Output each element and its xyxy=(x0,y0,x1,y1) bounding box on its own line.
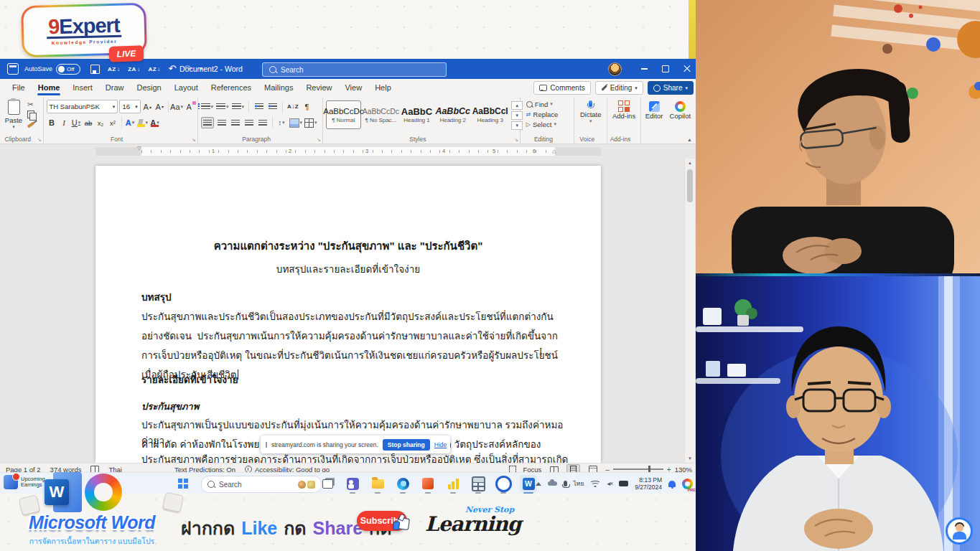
style-heading-2[interactable]: AaBbCc Heading 2 xyxy=(435,100,470,129)
show-paragraph-marks-button[interactable]: ¶ xyxy=(302,100,312,113)
tab-review[interactable]: Review xyxy=(299,79,338,95)
notification-bell-icon[interactable] xyxy=(668,481,676,487)
comments-button[interactable]: Comments xyxy=(533,81,590,95)
style-heading-1[interactable]: AaBbC Heading 1 xyxy=(401,100,433,129)
font-name-select[interactable]: TH SarabunPSK▾ xyxy=(47,100,118,113)
bullets-button[interactable]: ▾ xyxy=(201,100,214,113)
format-painter-icon[interactable] xyxy=(27,121,34,128)
onedrive-cloud-icon[interactable] xyxy=(548,481,557,486)
editor-button[interactable]: Editor xyxy=(645,99,663,134)
tab-help[interactable]: Help xyxy=(368,79,398,95)
wifi-icon[interactable] xyxy=(590,480,600,487)
close-button[interactable] xyxy=(676,59,698,79)
highlight-color-button[interactable]: ▾ xyxy=(137,117,149,129)
styles-dialog-launcher[interactable]: ↘ xyxy=(514,137,518,143)
style-normal[interactable]: AaBbCcDc ¶ Normal xyxy=(326,100,361,129)
shrink-font-button[interactable]: A▾ xyxy=(154,100,165,113)
horizontal-ruler[interactable]: ▽ 1 2 3 4 5 6 △ xyxy=(95,147,601,156)
replace-button[interactable]: ⇄Replace xyxy=(526,109,571,119)
line-spacing-button[interactable]: ↕▾ xyxy=(276,117,287,129)
taskbar-icon-calculator[interactable] xyxy=(470,475,487,492)
justify-button[interactable] xyxy=(243,118,255,128)
taskbar-icon-teams[interactable] xyxy=(344,475,361,492)
sort-ascending-button[interactable]: AZ↓ xyxy=(108,66,120,72)
distribute-button[interactable] xyxy=(257,118,269,128)
copilot-button[interactable]: Copilot xyxy=(670,99,691,134)
taskbar-clock[interactable]: 8:13 PM 9/27/2024 xyxy=(635,476,662,491)
shading-button[interactable]: ▾ xyxy=(289,117,303,129)
tray-language-indicator[interactable]: ไทย xyxy=(574,479,584,489)
widgets-button[interactable]: Upcoming Earnings xyxy=(4,475,45,489)
start-button[interactable] xyxy=(178,479,188,489)
taskbar-icon-circle-app[interactable] xyxy=(495,475,512,492)
collapse-ribbon-button[interactable]: ▲ xyxy=(687,137,692,142)
word-search-box[interactable]: Search xyxy=(262,62,447,77)
font-color-button[interactable]: A▾ xyxy=(149,117,160,129)
paste-button[interactable]: Paste ▾ xyxy=(3,100,24,134)
scrollbar-thumb[interactable] xyxy=(687,169,693,202)
autosave-toggle[interactable]: Off xyxy=(56,64,80,75)
taskbar-search[interactable]: Search xyxy=(201,476,322,493)
document-page[interactable]: ความแตกต่างระหว่าง "ประกันสุขภาพ" และ "ป… xyxy=(95,166,601,463)
sort-descending-button[interactable]: ZA↓ xyxy=(128,66,140,72)
decrease-indent-button[interactable] xyxy=(253,100,264,113)
indent-marker-left-icon[interactable]: ▽ xyxy=(137,146,141,151)
zoom-slider[interactable] xyxy=(613,468,663,469)
italic-button[interactable]: I xyxy=(59,117,70,129)
editing-mode-button[interactable]: Editing▾ xyxy=(595,81,643,95)
minimize-button[interactable] xyxy=(633,59,655,79)
change-case-button[interactable]: Aa▾ xyxy=(172,100,182,113)
vertical-scrollbar[interactable]: ▲ ▼ xyxy=(684,159,695,463)
borders-button[interactable]: ▾ xyxy=(304,117,317,129)
style-heading-3[interactable]: AaBbCcI Heading 3 xyxy=(472,100,508,129)
numbering-button[interactable]: ▾ xyxy=(216,100,229,113)
align-center-button[interactable] xyxy=(216,118,228,128)
copy-icon[interactable] xyxy=(27,110,34,118)
font-dialog-launcher[interactable]: ↘ xyxy=(192,137,196,143)
scroll-down-icon[interactable]: ▼ xyxy=(685,454,695,463)
indent-marker-right-icon[interactable]: △ xyxy=(552,149,556,154)
tab-design[interactable]: Design xyxy=(130,79,167,95)
paragraph-dialog-launcher[interactable]: ↘ xyxy=(317,137,321,143)
strikethrough-button[interactable]: ab xyxy=(83,117,94,129)
bold-button[interactable]: B xyxy=(47,117,57,129)
find-button[interactable]: Find▾ xyxy=(526,99,571,109)
tab-layout[interactable]: Layout xyxy=(168,79,205,95)
grow-font-button[interactable]: A▴ xyxy=(142,100,153,113)
volume-muted-icon[interactable]: ◂× xyxy=(607,480,612,487)
align-right-button[interactable] xyxy=(230,118,241,128)
taskbar-icon-word[interactable]: W xyxy=(520,475,537,492)
text-effects-button[interactable]: A▾ xyxy=(125,117,136,129)
taskbar-icon-edge[interactable] xyxy=(394,475,411,492)
clipboard-dialog-launcher[interactable]: ↘ xyxy=(37,137,42,143)
select-button[interactable]: ▷Select▾ xyxy=(526,119,571,129)
undo-button[interactable]: ↶ xyxy=(169,65,177,72)
taskbar-icon-task-view[interactable] xyxy=(319,475,336,492)
save-icon[interactable] xyxy=(90,65,100,74)
tab-draw[interactable]: Draw xyxy=(99,79,131,95)
tab-mailings[interactable]: Mailings xyxy=(258,79,299,95)
style-no-spacing[interactable]: AaBbCcDc ¶ No Spac... xyxy=(363,100,398,129)
share-button[interactable]: Share▾ xyxy=(648,81,694,95)
font-size-select[interactable]: 16▾ xyxy=(119,100,140,113)
sort-button[interactable]: AZ↓ xyxy=(148,66,160,72)
hide-link[interactable]: Hide xyxy=(434,441,447,448)
tab-insert[interactable]: Insert xyxy=(66,79,99,95)
sort-button[interactable]: A↓Z xyxy=(287,100,299,113)
taskbar-icon-power-bi[interactable] xyxy=(444,475,462,492)
increase-indent-button[interactable] xyxy=(267,100,278,113)
tab-file[interactable]: File xyxy=(6,79,32,95)
underline-button[interactable]: U▾ xyxy=(71,117,82,129)
taskbar-icon-microsoft-365[interactable] xyxy=(419,475,437,492)
dictate-button[interactable]: Dictate ▾ xyxy=(577,99,604,124)
superscript-button[interactable]: x² xyxy=(108,117,118,129)
tray-microphone-icon[interactable] xyxy=(564,481,567,486)
tab-view[interactable]: View xyxy=(338,79,368,95)
cut-icon[interactable]: ✂ xyxy=(27,101,34,108)
tray-chevron-up-icon[interactable] xyxy=(536,482,541,486)
stop-sharing-button[interactable]: Stop sharing xyxy=(383,439,430,451)
tab-home[interactable]: Home xyxy=(32,79,67,95)
clear-formatting-button[interactable]: A xyxy=(184,100,195,113)
multilevel-list-button[interactable]: ▾ xyxy=(232,100,245,113)
taskbar-icon-file-explorer[interactable] xyxy=(369,475,386,492)
